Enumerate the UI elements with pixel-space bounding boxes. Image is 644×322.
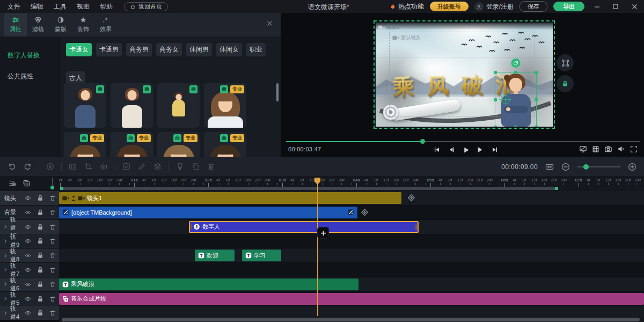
clip-乘风破浪[interactable]: 乘风破浪 xyxy=(59,279,358,290)
zoom-out-button[interactable] xyxy=(561,163,570,171)
clip-[object TMBackground][interactable]: [object TMBackground] xyxy=(59,207,357,218)
track-delete-icon[interactable] xyxy=(49,252,56,259)
category-chip-职业[interactable]: 职业 xyxy=(246,43,266,56)
chevron-right-icon[interactable] xyxy=(3,311,8,316)
chevron-right-icon[interactable] xyxy=(3,282,8,287)
track-lane-轨道9[interactable] xyxy=(59,234,644,248)
maximize-button[interactable] xyxy=(609,0,622,13)
fit-timeline-button[interactable] xyxy=(545,163,554,171)
toolbar-redo-button[interactable] xyxy=(20,161,35,173)
timeline-zoom-slider[interactable] xyxy=(577,166,620,167)
panel-close-button[interactable] xyxy=(266,20,273,27)
track-lock-icon[interactable] xyxy=(36,223,44,231)
clip-欢迎[interactable]: 欢迎 xyxy=(195,250,235,261)
menu-item-工具[interactable]: 工具 xyxy=(54,2,67,11)
track-lane-轨道5[interactable]: 音乐合成片段 xyxy=(59,292,644,306)
toolbar-circleA-button[interactable] xyxy=(42,161,58,173)
category-chip-商务男[interactable]: 商务男 xyxy=(126,43,152,56)
preview-progress-thumb[interactable] xyxy=(420,139,425,144)
track-visibility-icon[interactable] xyxy=(25,310,31,316)
avatar-card[interactable]: 商 xyxy=(157,83,200,128)
menu-item-编辑[interactable]: 编辑 xyxy=(31,2,43,11)
track-delete-icon[interactable] xyxy=(49,195,56,201)
save-button[interactable]: 保存 xyxy=(519,1,547,12)
focus-frame-button[interactable] xyxy=(557,54,574,71)
track-visibility-icon[interactable] xyxy=(25,267,31,273)
tab-属性[interactable]: 属性 xyxy=(4,13,27,36)
track-header-轨道4[interactable]: 轨道4 xyxy=(0,306,59,320)
lock-button[interactable] xyxy=(557,75,574,92)
chevron-right-icon[interactable] xyxy=(3,224,8,229)
video-canvas[interactable]: 乘风破浪默认镜头镜头1 xyxy=(376,23,553,127)
selection-handle[interactable] xyxy=(535,71,538,74)
track-delete-icon[interactable] xyxy=(49,238,56,244)
upgrade-account-button[interactable]: 升级账号 xyxy=(430,2,469,11)
category-chip-卡通男[interactable]: 卡通男 xyxy=(96,43,122,56)
fullscreen-button[interactable] xyxy=(630,145,638,153)
skip-to-start-button[interactable] xyxy=(431,144,443,155)
track-delete-icon[interactable] xyxy=(49,267,56,273)
selection-handle[interactable] xyxy=(514,126,517,127)
range-start-cap[interactable] xyxy=(60,187,63,190)
track-header-轨道7[interactable]: 轨道7 xyxy=(0,263,59,277)
toolbar-bin-button[interactable] xyxy=(203,161,219,173)
avatar-card[interactable]: 专业商 xyxy=(204,83,246,128)
chevron-right-icon[interactable] xyxy=(3,296,8,301)
hot-features-button[interactable]: 热点功能 xyxy=(390,2,424,11)
home-button[interactable]: 返回首页 xyxy=(124,2,168,11)
avatar-card[interactable]: 专业商 xyxy=(157,132,200,157)
chevron-right-icon[interactable] xyxy=(3,267,8,272)
chevron-right-icon[interactable] xyxy=(3,239,8,244)
selection-handle[interactable] xyxy=(535,98,538,101)
tab-装饰[interactable]: 装饰 xyxy=(72,13,94,36)
avatar-card[interactable]: 专业商 xyxy=(64,132,106,157)
minimize-button[interactable] xyxy=(590,0,603,13)
preview-progress-bar[interactable] xyxy=(286,141,640,142)
add-clip-button[interactable] xyxy=(318,228,328,238)
selection-handle[interactable] xyxy=(535,126,538,127)
add-keyframe-button[interactable] xyxy=(407,193,416,202)
snapshot-button[interactable] xyxy=(604,145,612,153)
scrollbar-thumb[interactable] xyxy=(62,318,640,321)
track-lock-icon[interactable] xyxy=(36,194,44,202)
toolbar-undo-button[interactable] xyxy=(4,161,20,173)
menu-item-视图[interactable]: 视图 xyxy=(77,2,90,11)
category-chip-休闲女[interactable]: 休闲女 xyxy=(216,43,242,56)
track-delete-icon[interactable] xyxy=(49,209,56,216)
toolbar-layers-button[interactable] xyxy=(150,161,165,173)
grid-toggle-button[interactable] xyxy=(592,145,599,153)
track-visibility-icon[interactable] xyxy=(25,252,31,259)
zoom-slider-thumb[interactable] xyxy=(583,164,589,170)
toolbar-copy2-button[interactable] xyxy=(188,161,203,173)
track-lock-icon[interactable] xyxy=(36,295,44,303)
clip-音乐合成片段[interactable]: 音乐合成片段 xyxy=(59,293,644,305)
zoom-in-button[interactable] xyxy=(628,163,636,171)
rotate-handle[interactable] xyxy=(511,58,521,68)
tab-效果[interactable]: 效果 xyxy=(94,13,117,36)
track-delete-icon[interactable] xyxy=(49,296,56,302)
toolbar-flip-button[interactable] xyxy=(96,161,112,173)
track-visibility-icon[interactable] xyxy=(25,281,31,288)
clip-镜头1[interactable]: 镜头1 xyxy=(59,192,401,204)
play-button[interactable] xyxy=(460,144,472,155)
volume-button[interactable] xyxy=(617,145,625,153)
selection-handle[interactable] xyxy=(494,126,497,127)
horizontal-scrollbar[interactable] xyxy=(59,317,644,322)
track-visibility-icon[interactable] xyxy=(25,224,31,230)
track-lock-icon[interactable] xyxy=(36,237,44,245)
toolbar-check-button[interactable] xyxy=(119,161,134,173)
sidebar-item-公共属性[interactable]: 公共属性 xyxy=(0,66,59,87)
track-header-轨道5[interactable]: 轨道5 xyxy=(0,292,59,306)
avatar-card[interactable]: 商 xyxy=(64,83,106,128)
track-visibility-icon[interactable] xyxy=(25,209,31,216)
range-end-cap[interactable] xyxy=(555,187,558,190)
track-lock-icon[interactable] xyxy=(36,266,44,274)
skip-to-end-button[interactable] xyxy=(489,144,501,155)
track-manager-icon[interactable] xyxy=(9,179,17,187)
track-header-轨道6[interactable]: 轨道6 xyxy=(0,277,59,291)
tab-滤镜[interactable]: 滤镜 xyxy=(27,13,49,36)
login-button[interactable]: 登录/注册 xyxy=(474,2,514,11)
menu-item-帮助[interactable]: 帮助 xyxy=(100,2,113,11)
toolbar-crop-button[interactable] xyxy=(80,161,96,173)
track-lock-icon[interactable] xyxy=(36,209,44,216)
